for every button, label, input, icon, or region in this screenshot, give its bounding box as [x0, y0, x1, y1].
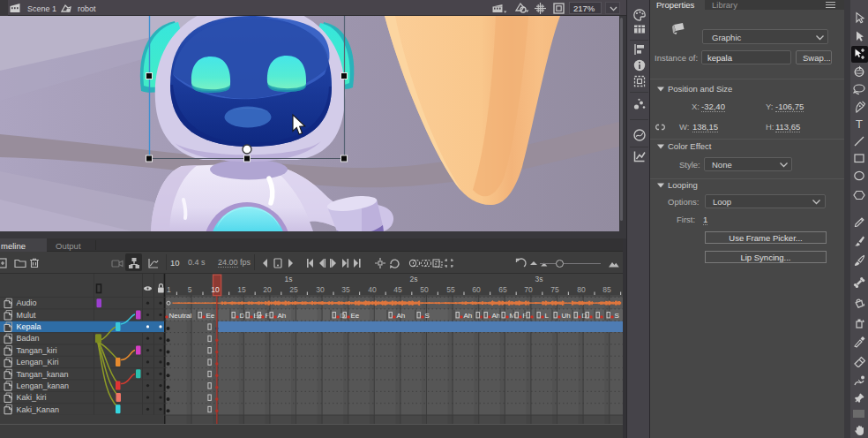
svg-text:3s: 3s	[535, 275, 543, 283]
svg-text:Kaki_Kanan: Kaki_Kanan	[17, 405, 60, 414]
svg-text:5: 5	[188, 285, 192, 294]
svg-text:80: 80	[577, 285, 586, 294]
svg-text:S: S	[615, 312, 619, 320]
svg-text:Uh: Uh	[562, 312, 571, 320]
svg-text:60: 60	[472, 285, 481, 294]
svg-text:Ee: Ee	[351, 312, 360, 320]
svg-text:Lengan_Kiri: Lengan_Kiri	[17, 358, 59, 366]
svg-text:Ah: Ah	[464, 312, 473, 320]
svg-text:40: 40	[368, 285, 377, 294]
svg-text:2s: 2s	[410, 275, 418, 283]
svg-text:Ee: Ee	[254, 312, 263, 320]
svg-text:1: 1	[167, 285, 171, 294]
svg-text:85: 85	[602, 285, 611, 294]
svg-text:25: 25	[289, 285, 298, 294]
svg-text:35: 35	[341, 285, 350, 294]
svg-text:M: M	[510, 312, 516, 320]
svg-text:T: T	[856, 117, 863, 130]
svg-text:Mulut: Mulut	[17, 311, 37, 320]
svg-text:50: 50	[420, 285, 429, 294]
svg-text:45: 45	[393, 285, 402, 294]
svg-text:Badan: Badan	[17, 334, 40, 343]
svg-text:1s: 1s	[285, 275, 293, 283]
svg-text:F: F	[266, 312, 270, 320]
svg-text:Ah: Ah	[492, 312, 501, 320]
svg-text:Audio: Audio	[17, 298, 37, 307]
svg-text:Ah: Ah	[278, 312, 287, 320]
svg-text:65: 65	[498, 285, 507, 294]
svg-text:S: S	[425, 312, 430, 320]
svg-text:55: 55	[446, 285, 455, 294]
svg-text:Tangan_kiri: Tangan_kiri	[17, 346, 57, 355]
svg-text:Tangan_kanan: Tangan_kanan	[17, 370, 69, 379]
svg-text:70: 70	[524, 285, 533, 294]
svg-text:Kaki_kiri: Kaki_kiri	[17, 393, 47, 402]
svg-text:75: 75	[550, 285, 559, 294]
svg-text:D: D	[340, 312, 346, 320]
svg-text:10: 10	[211, 285, 220, 294]
svg-text:Neutral: Neutral	[169, 312, 192, 320]
svg-text:Ee: Ee	[206, 312, 215, 320]
svg-text:20: 20	[263, 285, 272, 294]
svg-text:L: L	[545, 312, 550, 320]
svg-text:15: 15	[237, 285, 246, 294]
svg-text:30: 30	[316, 285, 325, 294]
svg-text:Kepala: Kepala	[17, 322, 41, 331]
svg-text:Lengan_kanan: Lengan_kanan	[17, 381, 70, 390]
svg-text:Ah: Ah	[397, 312, 406, 320]
